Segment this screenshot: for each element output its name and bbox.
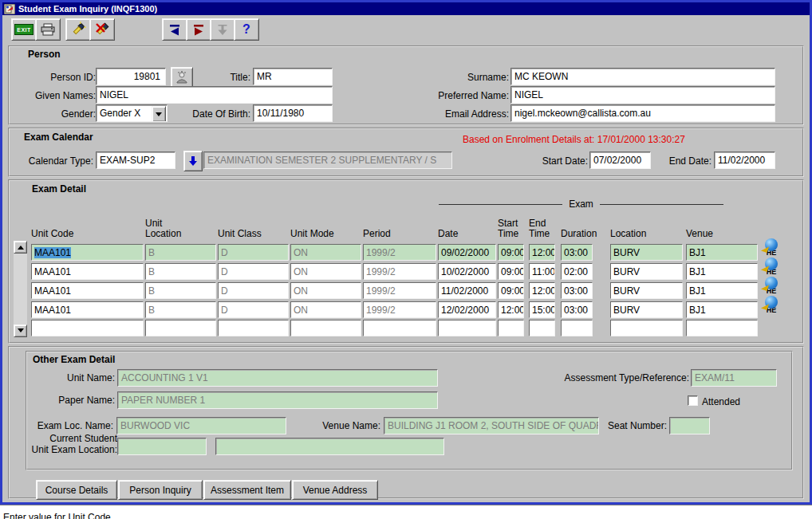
cell-unit-mode[interactable]: ON — [290, 282, 361, 299]
dob-label: Date Of Birth: — [173, 108, 250, 120]
cell-end-time[interactable]: 12:00 — [529, 244, 555, 261]
paper-name-field: PAPER NUMBER 1 — [117, 391, 438, 409]
cell-date[interactable]: 12/02/2000 — [438, 301, 496, 318]
gender-dropdown[interactable]: Gender X — [96, 104, 168, 122]
cell-unit-class[interactable]: D — [218, 301, 289, 318]
cell-venue[interactable] — [686, 320, 758, 336]
cell-unit-location[interactable]: B — [145, 244, 216, 261]
cell-unit-class[interactable] — [218, 320, 289, 336]
cell-period[interactable] — [363, 320, 436, 336]
cell-unit-class[interactable]: D — [218, 282, 289, 299]
col-header-unit-code: Unit Code — [31, 214, 144, 239]
title-field[interactable]: MR — [253, 68, 333, 85]
course-details-button[interactable]: Course Details — [36, 480, 117, 500]
cell-start-time[interactable]: 09:00 — [498, 263, 524, 280]
cell-venue[interactable]: BJ1 — [686, 263, 758, 280]
cell-end-time[interactable]: 15:00 — [529, 301, 555, 318]
cell-location[interactable]: BURV — [610, 244, 683, 261]
cell-duration[interactable] — [561, 320, 593, 336]
col-header-unit-location: UnitLocation — [145, 214, 216, 239]
other-exam-detail-section: Other Exam Detail Unit Name: ACCOUNTING … — [26, 351, 793, 470]
cell-unit-code[interactable]: MAA101 — [31, 301, 144, 318]
cancel-query-button[interactable] — [89, 18, 115, 41]
exam-calendar-section: Exam Calendar Based on Enrolment Details… — [8, 128, 804, 177]
cell-unit-mode[interactable]: ON — [290, 301, 361, 318]
person-inquiry-button[interactable]: Person Inquiry — [118, 480, 203, 500]
calendar-lov-button[interactable] — [183, 151, 203, 171]
cell-unit-class[interactable]: D — [218, 263, 289, 280]
scroll-down-button[interactable] — [210, 18, 235, 41]
cell-start-time[interactable]: 09:00 — [498, 244, 524, 261]
cell-date[interactable]: 09/02/2000 — [438, 244, 496, 261]
cell-date[interactable]: 11/02/2000 — [438, 282, 496, 299]
cell-start-time[interactable]: 12:00 — [498, 301, 524, 318]
person-id-field[interactable]: 19801 — [96, 68, 166, 85]
preferred-name-field[interactable]: NIGEL — [510, 86, 775, 104]
cell-end-time[interactable] — [529, 320, 555, 336]
start-date-field[interactable]: 07/02/2000 — [589, 151, 651, 169]
down-arrow-disabled-icon — [217, 24, 228, 36]
cell-unit-mode[interactable] — [290, 320, 361, 336]
cell-date[interactable]: 10/02/2000 — [438, 263, 496, 280]
assessment-field: EXAM/11 — [691, 369, 777, 387]
cell-end-time[interactable]: 12:00 — [529, 282, 555, 299]
cell-end-time[interactable]: 11:00 — [529, 263, 555, 280]
cell-start-time[interactable]: 09:00 — [498, 282, 524, 299]
dob-field[interactable]: 10/11/1980 — [253, 104, 333, 122]
current-unit-exam-location-field-2 — [215, 438, 444, 455]
given-names-field[interactable]: NIGEL — [96, 86, 333, 104]
cell-period[interactable]: 1999/2 — [363, 244, 436, 261]
application-window: Student Exam Inquiry (INQF1300) EXIT — [0, 0, 812, 519]
cell-duration[interactable]: 03:00 — [561, 282, 593, 299]
cell-duration[interactable]: 03:00 — [561, 301, 593, 318]
next-block-button[interactable] — [186, 18, 211, 41]
exit-button[interactable]: EXIT — [11, 18, 37, 41]
person-search-button[interactable] — [171, 67, 193, 88]
cell-unit-code[interactable] — [31, 320, 144, 336]
cell-location[interactable]: BURV — [610, 282, 683, 299]
help-button[interactable]: ? — [234, 18, 259, 41]
surname-field[interactable]: MC KEOWN — [510, 68, 775, 85]
cell-venue[interactable]: BJ1 — [686, 244, 758, 261]
enter-query-button[interactable] — [65, 18, 91, 41]
cell-unit-code[interactable]: MAA101 — [31, 263, 144, 280]
cell-period[interactable]: 1999/2 — [363, 263, 436, 280]
cell-date[interactable] — [438, 320, 496, 336]
previous-block-button[interactable] — [162, 18, 187, 41]
gender-dropdown-arrow[interactable] — [152, 106, 166, 122]
calendar-type-field[interactable]: EXAM-SUP2 — [96, 151, 175, 169]
cell-unit-location[interactable] — [145, 320, 216, 336]
cell-unit-mode[interactable]: ON — [290, 263, 361, 280]
cell-unit-class[interactable]: D — [218, 244, 289, 261]
title-bar: Student Exam Inquiry (INQF1300) — [2, 2, 810, 15]
flashlight-icon — [70, 22, 86, 37]
cell-unit-location[interactable]: B — [145, 301, 216, 318]
cell-unit-code[interactable]: MAA101 — [31, 282, 144, 299]
end-date-field[interactable]: 11/02/2000 — [714, 151, 775, 169]
cell-period[interactable]: 1999/2 — [363, 301, 436, 318]
print-button[interactable] — [35, 18, 61, 41]
cell-location[interactable]: BURV — [610, 263, 683, 280]
cell-duration[interactable]: 02:00 — [561, 263, 593, 280]
he-globe-icon — [765, 296, 778, 309]
assessment-item-button[interactable]: Assessment Item — [203, 480, 291, 500]
lower-panel: Other Exam Detail Unit Name: ACCOUNTING … — [8, 346, 804, 499]
col-header-duration: Duration — [561, 214, 593, 239]
cell-location[interactable] — [610, 320, 683, 336]
calendar-description-field: EXAMINATION SEMESTER 2 SUPPLEMENTARY / S — [203, 151, 452, 169]
cell-start-time[interactable] — [498, 320, 524, 336]
cell-venue[interactable]: BJ1 — [686, 301, 758, 318]
col-header-period: Period — [363, 214, 436, 239]
cell-unit-location[interactable]: B — [145, 263, 216, 280]
cell-venue[interactable]: BJ1 — [686, 282, 758, 299]
cell-unit-location[interactable]: B — [145, 282, 216, 299]
he-exam-button[interactable]: HE — [761, 296, 782, 318]
cell-location[interactable]: BURV — [610, 301, 683, 318]
venue-address-button[interactable]: Venue Address — [292, 480, 378, 500]
email-field[interactable]: nigel.mckeown@callista.com.au — [510, 104, 775, 122]
cell-unit-mode[interactable]: ON — [290, 244, 361, 261]
cell-period[interactable]: 1999/2 — [363, 282, 436, 299]
attended-checkbox[interactable] — [688, 395, 698, 406]
cell-duration[interactable]: 03:00 — [561, 244, 593, 261]
cell-unit-code[interactable]: MAA101 — [31, 244, 144, 261]
